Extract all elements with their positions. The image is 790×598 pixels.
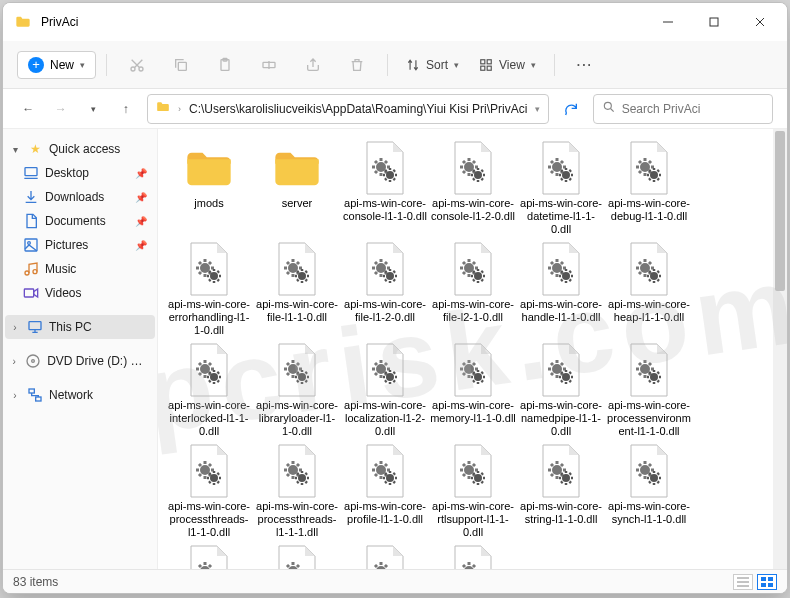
svg-point-19 <box>27 355 39 367</box>
dll-icon <box>180 543 238 569</box>
copy-button[interactable] <box>161 49 201 81</box>
delete-button[interactable] <box>337 49 377 81</box>
star-icon: ★ <box>27 141 43 157</box>
file-item[interactable]: api-ms-win-core-datetime-l1-1-0.dll <box>518 139 604 236</box>
file-item[interactable]: api-ms-win-core-file-l1-1-0.dll <box>254 240 340 337</box>
file-grid[interactable]: jmodsserverapi-ms-win-core-console-l1-1-… <box>158 129 787 569</box>
chevron-down-icon[interactable]: ▾ <box>82 95 105 123</box>
file-item[interactable]: api-ms-win-core-errorhandling-l1-1-0.dll <box>166 240 252 337</box>
dll-icon <box>356 139 414 197</box>
folder-item[interactable]: jmods <box>166 139 252 236</box>
file-item[interactable]: api-ms-win-core-processenvironment-l1-1-… <box>606 341 692 438</box>
cut-button[interactable] <box>117 49 157 81</box>
file-item[interactable]: api-ms-win-core-handle-l1-1-0.dll <box>518 240 604 337</box>
file-label: api-ms-win-core-console-l1-2-0.dll <box>430 197 516 223</box>
file-item[interactable]: api-ms-win-core-sysinfo-l1-1-0.dll <box>254 543 340 569</box>
search-input[interactable]: Search PrivAci <box>593 94 773 124</box>
file-item[interactable]: api-ms-win-core-debug-l1-1-0.dll <box>606 139 692 236</box>
minimize-button[interactable] <box>645 6 691 38</box>
svg-rect-0 <box>710 18 718 26</box>
dll-icon <box>444 341 502 399</box>
view-details-button[interactable] <box>733 574 753 590</box>
pin-icon: 📌 <box>135 216 147 227</box>
svg-point-48 <box>386 373 394 381</box>
file-item[interactable]: api-ms-win-core-libraryloader-l1-1-0.dll <box>254 341 340 438</box>
sidebar-item-music[interactable]: Music <box>5 257 155 281</box>
file-label: api-ms-win-core-localization-l1-2-0.dll <box>342 399 428 438</box>
file-item[interactable]: api-ms-win-core-interlocked-l1-1-0.dll <box>166 341 252 438</box>
forward-button[interactable]: → <box>50 95 73 123</box>
file-item[interactable]: api-ms-win-core-rtlsupport-l1-1-0.dll <box>430 442 516 539</box>
sidebar-item-pictures[interactable]: Pictures📌 <box>5 233 155 257</box>
dll-icon <box>444 442 502 500</box>
file-item[interactable]: api-ms-win-core-heap-l1-1-0.dll <box>606 240 692 337</box>
new-button[interactable]: + New ▾ <box>17 51 96 79</box>
sidebar-item-label: Pictures <box>45 238 88 252</box>
file-label: api-ms-win-core-console-l1-1-0.dll <box>342 197 428 223</box>
sidebar-this-pc[interactable]: › This PC <box>5 315 155 339</box>
file-item[interactable]: api-ms-win-core-synch-l1-2-0.dll <box>166 543 252 569</box>
file-item[interactable]: api-ms-win-core-console-l1-2-0.dll <box>430 139 516 236</box>
file-item[interactable]: api-ms-win-core-string-l1-1-0.dll <box>518 442 604 539</box>
dll-icon <box>180 442 238 500</box>
window-title: PrivAci <box>41 15 78 29</box>
view-button[interactable]: View ▾ <box>471 58 544 72</box>
svg-rect-78 <box>768 583 773 587</box>
paste-button[interactable] <box>205 49 245 81</box>
maximize-button[interactable] <box>691 6 737 38</box>
rename-button[interactable] <box>249 49 289 81</box>
sort-button[interactable]: Sort ▾ <box>398 58 467 72</box>
folder-icon <box>15 14 31 30</box>
vertical-scrollbar[interactable] <box>773 129 787 569</box>
search-icon <box>602 100 616 117</box>
svg-rect-76 <box>768 577 773 581</box>
dll-icon <box>444 240 502 298</box>
file-label: api-ms-win-core-handle-l1-1-0.dll <box>518 298 604 324</box>
toolbar: + New ▾ Sort ▾ View ▾ ··· <box>3 41 787 89</box>
close-button[interactable] <box>737 6 783 38</box>
file-item[interactable]: api-ms-win-core-localization-l1-2-0.dll <box>342 341 428 438</box>
address-input[interactable]: › C:\Users\karolisliucveikis\AppData\Roa… <box>147 94 549 124</box>
file-item[interactable]: api-ms-win-core-console-l1-1-0.dll <box>342 139 428 236</box>
search-placeholder: Search PrivAci <box>622 102 701 116</box>
sidebar-quick-access[interactable]: ▾ ★ Quick access <box>5 137 155 161</box>
file-item[interactable]: api-ms-win-core-file-l2-1-0.dll <box>430 240 516 337</box>
sidebar-item-desktop[interactable]: Desktop📌 <box>5 161 155 185</box>
file-item[interactable]: api-ms-win-core-processthreads-l1-1-0.dl… <box>166 442 252 539</box>
back-button[interactable]: ← <box>17 95 40 123</box>
file-item[interactable]: api-ms-win-core-namedpipe-l1-1-0.dll <box>518 341 604 438</box>
folder-item[interactable]: server <box>254 139 340 236</box>
file-item[interactable]: api-ms-win-core-memory-l1-1-0.dll <box>430 341 516 438</box>
sidebar-item-downloads[interactable]: Downloads📌 <box>5 185 155 209</box>
chevron-right-icon: › <box>9 322 21 333</box>
svg-rect-3 <box>178 62 186 70</box>
svg-point-30 <box>650 171 658 179</box>
chevron-down-icon[interactable]: ▾ <box>535 104 540 114</box>
sidebar-item-videos[interactable]: Videos <box>5 281 155 305</box>
file-label: api-ms-win-core-processenvironment-l1-1-… <box>606 399 692 438</box>
disc-icon <box>25 353 41 369</box>
file-label: api-ms-win-core-memory-l1-1-0.dll <box>430 399 516 425</box>
file-item[interactable]: api-ms-win-core-file-l1-2-0.dll <box>342 240 428 337</box>
sidebar-dvd[interactable]: › DVD Drive (D:) CCCC <box>5 349 155 373</box>
sidebar-network[interactable]: › Network <box>5 383 155 407</box>
svg-point-40 <box>562 272 570 280</box>
svg-point-32 <box>210 272 218 280</box>
file-item[interactable]: api-ms-win-core-timezone-l1-1-0.dll <box>342 543 428 569</box>
share-button[interactable] <box>293 49 333 81</box>
file-item[interactable]: api-ms-win-core-profile-l1-1-0.dll <box>342 442 428 539</box>
dll-icon <box>356 341 414 399</box>
pin-icon: 📌 <box>135 192 147 203</box>
refresh-button[interactable] <box>559 101 582 117</box>
file-item[interactable]: api-ms-win-core-util-l1-1-0.dll <box>430 543 516 569</box>
sidebar-item-documents[interactable]: Documents📌 <box>5 209 155 233</box>
svg-point-54 <box>650 373 658 381</box>
svg-point-16 <box>33 270 37 274</box>
file-item[interactable]: api-ms-win-core-synch-l1-1-0.dll <box>606 442 692 539</box>
new-label: New <box>50 58 74 72</box>
up-button[interactable]: ↑ <box>115 95 138 123</box>
more-button[interactable]: ··· <box>565 49 605 81</box>
file-item[interactable]: api-ms-win-core-processthreads-l1-1-1.dl… <box>254 442 340 539</box>
view-icons-button[interactable] <box>757 574 777 590</box>
scrollbar-thumb[interactable] <box>775 131 785 291</box>
